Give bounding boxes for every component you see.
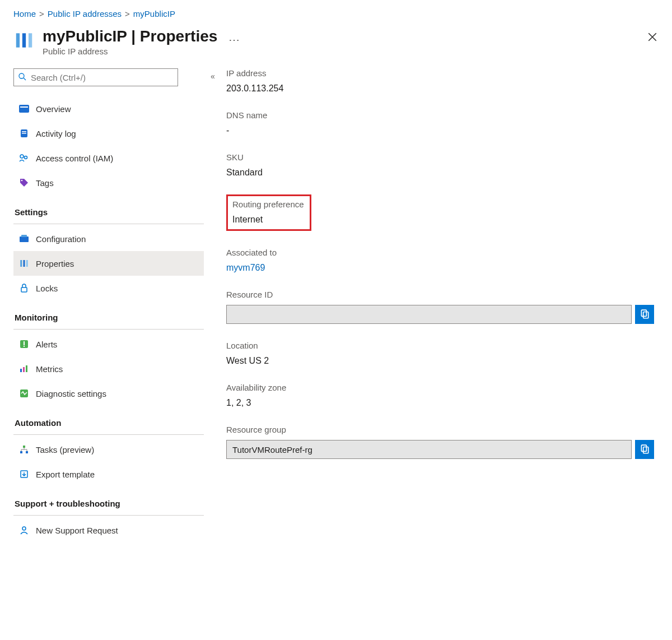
metrics-icon bbox=[19, 364, 29, 374]
svg-rect-16 bbox=[24, 260, 25, 267]
property-value: Standard bbox=[226, 168, 654, 178]
svg-point-11 bbox=[25, 156, 27, 159]
breadcrumb-home[interactable]: Home bbox=[13, 9, 36, 18]
sidebar-item-label: Activity log bbox=[36, 129, 76, 138]
svg-rect-6 bbox=[20, 106, 28, 108]
sidebar-item-new-support[interactable]: New Support Request bbox=[13, 518, 204, 542]
tags-icon bbox=[19, 178, 29, 188]
svg-rect-26 bbox=[23, 446, 25, 448]
sidebar-item-tasks[interactable]: Tasks (preview) bbox=[13, 437, 204, 462]
sidebar-search-input[interactable] bbox=[13, 68, 178, 86]
svg-rect-13 bbox=[20, 236, 29, 242]
page-subtitle: Public IP address bbox=[43, 47, 217, 56]
page-title: myPublicIP | Properties bbox=[43, 27, 217, 45]
property-dns-name: DNS name - bbox=[226, 110, 654, 136]
sidebar-item-activity-log[interactable]: Activity log bbox=[13, 121, 204, 146]
sidebar-item-metrics[interactable]: Metrics bbox=[13, 356, 204, 381]
svg-rect-33 bbox=[641, 445, 646, 451]
property-associated-to: Associated to myvm769 bbox=[226, 248, 654, 273]
property-value: - bbox=[226, 126, 654, 136]
svg-rect-32 bbox=[643, 312, 648, 318]
sidebar-item-label: Tags bbox=[36, 178, 54, 188]
svg-rect-20 bbox=[24, 341, 25, 345]
svg-rect-23 bbox=[23, 367, 25, 372]
public-ip-icon bbox=[13, 30, 35, 51]
sidebar-item-configuration[interactable]: Configuration bbox=[13, 226, 204, 251]
diagnostic-icon bbox=[19, 388, 29, 398]
property-availability-zone: Availability zone 1, 2, 3 bbox=[226, 383, 654, 408]
property-value: West US 2 bbox=[226, 356, 654, 366]
sidebar-item-label: Export template bbox=[36, 470, 95, 479]
svg-point-12 bbox=[21, 180, 23, 182]
support-icon bbox=[19, 525, 29, 535]
svg-rect-21 bbox=[24, 346, 25, 347]
svg-point-3 bbox=[19, 73, 24, 78]
collapse-sidebar-button[interactable]: « bbox=[211, 72, 215, 81]
sidebar-item-label: Locks bbox=[36, 284, 58, 293]
associated-resource-link[interactable]: myvm769 bbox=[226, 263, 654, 273]
svg-rect-9 bbox=[22, 133, 26, 134]
sidebar-item-properties[interactable]: Properties bbox=[13, 251, 204, 276]
property-label: Resource ID bbox=[226, 290, 654, 299]
sidebar-item-export-template[interactable]: Export template bbox=[13, 462, 204, 486]
overview-icon bbox=[19, 104, 29, 114]
property-routing-preference-highlighted: Routing preference Internet bbox=[226, 194, 311, 231]
property-sku: SKU Standard bbox=[226, 152, 654, 178]
svg-point-10 bbox=[20, 155, 24, 158]
close-button[interactable] bbox=[647, 32, 659, 43]
svg-rect-27 bbox=[20, 451, 22, 453]
property-value: 203.0.113.254 bbox=[226, 84, 654, 94]
locks-icon bbox=[19, 283, 29, 293]
property-resource-group: Resource group bbox=[226, 425, 654, 459]
svg-rect-15 bbox=[20, 260, 22, 267]
breadcrumb-current[interactable]: myPublicIP bbox=[133, 9, 175, 18]
sidebar-item-label: New Support Request bbox=[36, 526, 118, 535]
sidebar-item-label: Metrics bbox=[36, 364, 63, 374]
resource-group-field[interactable] bbox=[226, 440, 632, 459]
sidebar: Overview Activity log Access control (IA… bbox=[13, 68, 204, 542]
svg-rect-28 bbox=[26, 451, 28, 453]
breadcrumb-public-ip-addresses[interactable]: Public IP addresses bbox=[48, 9, 122, 18]
alerts-icon bbox=[19, 339, 29, 349]
more-actions-button[interactable]: ⋯ bbox=[228, 33, 241, 47]
copy-resource-id-button[interactable] bbox=[635, 305, 654, 324]
properties-panel: IP address 203.0.113.254 DNS name - SKU … bbox=[222, 68, 659, 542]
sidebar-item-label: Tasks (preview) bbox=[36, 445, 94, 455]
svg-rect-34 bbox=[643, 447, 648, 453]
sidebar-item-label: Configuration bbox=[36, 234, 86, 244]
property-resource-id: Resource ID bbox=[226, 290, 654, 324]
copy-resource-group-button[interactable] bbox=[635, 440, 654, 459]
sidebar-item-overview[interactable]: Overview bbox=[13, 96, 204, 121]
sidebar-item-tags[interactable]: Tags bbox=[13, 170, 204, 195]
sidebar-item-alerts[interactable]: Alerts bbox=[13, 332, 204, 356]
svg-rect-8 bbox=[22, 131, 26, 132]
sidebar-item-label: Alerts bbox=[36, 340, 57, 349]
property-location: Location West US 2 bbox=[226, 341, 654, 366]
property-label: DNS name bbox=[226, 110, 654, 120]
svg-rect-22 bbox=[20, 369, 22, 372]
sidebar-item-access-control[interactable]: Access control (IAM) bbox=[13, 146, 204, 170]
sidebar-section-automation: Automation bbox=[13, 406, 204, 432]
breadcrumb-sep: > bbox=[125, 9, 130, 18]
property-label: Location bbox=[226, 341, 654, 350]
property-value: 1, 2, 3 bbox=[226, 398, 654, 408]
property-label: Associated to bbox=[226, 248, 654, 257]
svg-rect-2 bbox=[29, 33, 32, 47]
sidebar-item-label: Diagnostic settings bbox=[36, 389, 106, 398]
property-label: IP address bbox=[226, 68, 654, 78]
svg-rect-0 bbox=[16, 33, 20, 47]
svg-point-30 bbox=[22, 527, 26, 530]
svg-rect-5 bbox=[19, 105, 29, 113]
sidebar-item-label: Access control (IAM) bbox=[36, 154, 113, 163]
svg-rect-24 bbox=[26, 365, 27, 372]
sidebar-section-settings: Settings bbox=[13, 195, 204, 221]
sidebar-item-label: Overview bbox=[36, 104, 71, 114]
svg-line-4 bbox=[24, 78, 26, 80]
configuration-icon bbox=[19, 234, 29, 244]
sidebar-item-locks[interactable]: Locks bbox=[13, 276, 204, 300]
access-control-icon bbox=[19, 153, 29, 163]
svg-rect-1 bbox=[22, 33, 26, 47]
sidebar-item-diagnostic[interactable]: Diagnostic settings bbox=[13, 381, 204, 406]
property-label: Routing preference bbox=[232, 200, 304, 209]
resource-id-field[interactable] bbox=[226, 305, 632, 324]
